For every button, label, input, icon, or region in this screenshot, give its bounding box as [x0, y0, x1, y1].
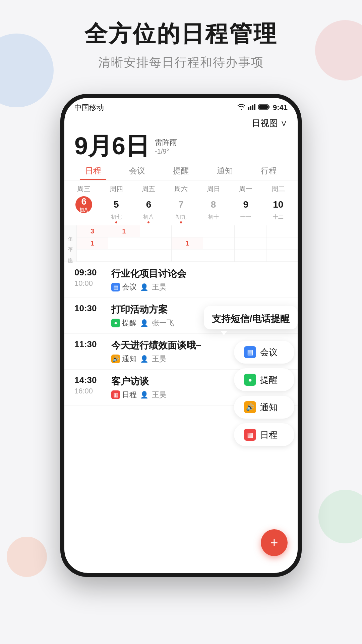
day-col-5[interactable]: 5 初七 [100, 196, 133, 223]
phone-outer: 中国移动 [60, 94, 302, 577]
schedule-time-col-4: 14:30 16:00 [74, 375, 105, 395]
schedule-grid: 3 1 1 [76, 225, 298, 262]
tab-itinerary[interactable]: 行程 [247, 161, 291, 180]
time-display: 9:41 [273, 103, 288, 112]
meta-badge-schedule-4: ▦ 日程 [111, 390, 137, 400]
day-number-6: 6 初八 [75, 196, 92, 213]
event-wed-pm: 1 [77, 237, 108, 250]
event-sat-pm: 1 [172, 237, 203, 250]
day-events-sun [203, 225, 234, 262]
person-name-3: 王昊 [152, 354, 167, 364]
fab-icon: + [270, 535, 278, 550]
sub-title: 清晰安排每日行程和待办事项 [0, 54, 362, 71]
meeting-label-1: 会议 [122, 282, 137, 292]
schedule-item-1[interactable]: 09:30 10:00 行业化项目讨论会 ▤ 会议 👤 [64, 262, 298, 298]
status-right: 9:41 [237, 103, 288, 112]
reminder-label-2: 提醒 [122, 318, 137, 328]
day-number-10: 10 [270, 196, 287, 213]
day-number-5: 5 [108, 196, 125, 213]
battery-icon [258, 103, 270, 112]
day-col-6[interactable]: 6 初八 [68, 196, 100, 223]
event-sat-eve [172, 250, 203, 262]
time-label-morning: 上午 [64, 227, 76, 238]
person-name-1: 王昊 [152, 282, 167, 292]
reminder-badge-icon-2: ● [111, 319, 120, 327]
day-col-8[interactable]: 8 初十 [197, 196, 230, 223]
week-col-thu: 周四 [100, 183, 133, 195]
tab-notice[interactable]: 通知 [203, 161, 247, 180]
action-btn-reminder[interactable]: ● 提醒 [234, 368, 294, 391]
weather-type: 雷阵雨 [155, 138, 177, 148]
day-number-6b: 6 [140, 196, 157, 213]
person-icon-3: 👤 [140, 355, 148, 363]
meta-badge-notice-3: 🔊 通知 [111, 354, 137, 364]
fab-button[interactable]: + [261, 529, 288, 556]
event-thu-am: 1 [108, 225, 139, 237]
phone-mockup: 中国移动 [60, 94, 302, 577]
tab-reminder[interactable]: 提醒 [159, 161, 203, 180]
event-sun-am [203, 225, 234, 237]
tabs-container: 日程 会议 提醒 通知 行程 [64, 161, 298, 180]
event-tue-pm [266, 237, 298, 250]
day-col-10[interactable]: 10 十二 [262, 196, 294, 223]
notice-label-3: 通知 [122, 354, 137, 364]
day-number-8: 8 [205, 196, 222, 213]
view-selector-label: 日视图 ∨ [252, 118, 288, 128]
day-events-thu: 1 [108, 225, 139, 262]
day-events-fri [140, 225, 171, 262]
event-fri-pm [140, 237, 171, 250]
day-col-6b[interactable]: 6 初八 [132, 196, 165, 223]
week-col-sat: 周六 [165, 183, 197, 195]
day-events-wed: 3 1 [76, 225, 108, 262]
svg-rect-1 [250, 106, 251, 110]
person-icon-4: 👤 [140, 391, 148, 399]
schedule-time-col-3: 11:30 [74, 339, 105, 350]
schedule-content-1: 行业化项目讨论会 ▤ 会议 👤 王昊 [111, 267, 288, 292]
day-dot-7 [180, 221, 182, 223]
week-col-fri: 周五 [132, 183, 165, 195]
week-header: 周三 周四 周五 周六 周日 周一 周二 [64, 180, 298, 195]
event-mon-eve [235, 250, 266, 262]
main-title: 全方位的日程管理 [0, 20, 362, 48]
day-lunar-6b: 初八 [143, 214, 154, 221]
tooltip-container: 支持短信/电话提醒 [204, 306, 298, 331]
day-col-7[interactable]: 7 初九 [165, 196, 197, 223]
days-row: 6 初八 5 初七 6 初八 [64, 195, 298, 225]
svg-rect-0 [248, 107, 249, 110]
event-wed-eve [77, 250, 108, 262]
day-number-9: 9 [237, 196, 254, 213]
action-btn-meeting[interactable]: ▤ 会议 [234, 341, 294, 364]
schedule-time-main-3: 11:30 [74, 339, 105, 350]
action-btn-reminder-label: 提醒 [260, 374, 278, 386]
action-btn-schedule[interactable]: ▦ 日程 [234, 423, 294, 446]
header-area: 全方位的日程管理 清晰安排每日行程和待办事项 [0, 20, 362, 71]
event-thu-eve [108, 250, 139, 262]
popup-box: 支持短信/电话提醒 [204, 306, 298, 329]
signal-icon [248, 103, 255, 112]
day-dot-5 [115, 221, 117, 223]
event-sun-eve [203, 250, 234, 262]
day-lunar-7: 初九 [176, 214, 186, 221]
svg-rect-2 [252, 105, 253, 110]
person-icon-2: 👤 [140, 319, 148, 327]
day-lunar-5: 初七 [111, 214, 122, 221]
event-fri-am [140, 225, 171, 237]
schedule-time-col-1: 09:30 10:00 [74, 267, 105, 288]
tab-schedule[interactable]: 日程 [71, 161, 115, 180]
schedule-time-main-2: 10:30 [74, 303, 105, 314]
tab-meeting[interactable]: 会议 [115, 161, 159, 180]
day-events-mon [234, 225, 266, 262]
action-btn-notice[interactable]: 🔊 通知 [234, 396, 294, 419]
week-col-mon: 周一 [230, 183, 262, 195]
event-mon-am [235, 225, 266, 237]
day-lunar-6: 初八 [79, 207, 88, 213]
meta-badge-meeting-1: ▤ 会议 [111, 282, 137, 292]
meeting-badge-icon-1: ▤ [111, 283, 120, 291]
action-btn-schedule-label: 日程 [260, 429, 278, 441]
action-btn-notice-icon: 🔊 [244, 401, 256, 413]
notice-badge-icon-3: 🔊 [111, 355, 120, 363]
day-lunar-8: 初十 [208, 214, 219, 221]
person-name-2: 张一飞 [152, 318, 174, 328]
view-selector[interactable]: 日视图 ∨ [64, 115, 298, 132]
day-col-9[interactable]: 9 十一 [230, 196, 262, 223]
